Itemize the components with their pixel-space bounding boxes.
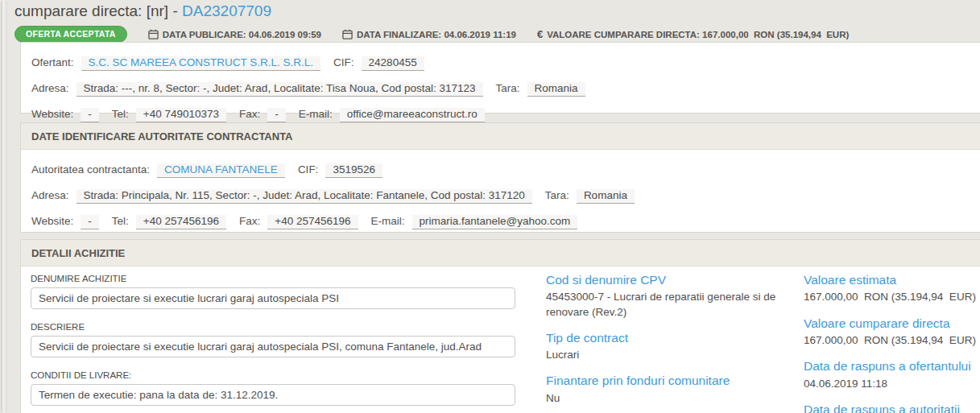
info-block-valoare-estimata: Valoare estimata 167.000,00 RON (35.194,… <box>804 272 980 305</box>
autoritate-label: Autoritatea contractanta: <box>31 163 150 176</box>
adresa-label: Adresa: <box>31 82 69 94</box>
page: cumparare directa: [nr] - DA23207709 OFE… <box>0 0 980 413</box>
fax-value: - <box>267 108 286 122</box>
website-label: Website: <box>31 108 73 120</box>
fax-label: Fax: <box>239 108 260 120</box>
authority-row-2: Adresa: Strada: Principala, Nr. 115, Sec… <box>31 189 970 204</box>
email-value: primaria.fantanele@yahoo.com <box>412 215 578 229</box>
valoare-estimata-title[interactable]: Valoare estimata <box>804 272 980 287</box>
offerer-row-2: Adresa: Strada: ---, nr. 8, Sector: -, J… <box>31 82 970 97</box>
adresa-label: Adresa: <box>31 189 69 201</box>
details-box: DETALII ACHIZITIE DENUMIRE ACHIZITIE Ser… <box>20 239 980 413</box>
raspuns-ofertant-title[interactable]: Data de raspuns a ofertantului <box>804 358 980 374</box>
tara-label: Tara: <box>545 189 569 201</box>
finantare-title[interactable]: Finantare prin fonduri comunitare <box>546 373 781 388</box>
meta-label: VALOARE CUMPARARE DIRECTA: <box>547 30 700 39</box>
valoare-estimata-value: 167.000,00 RON (35.194,94 EUR) <box>804 290 980 304</box>
tel-value: +40 257456196 <box>136 215 226 229</box>
cif-label: CIF: <box>298 163 319 176</box>
fax-value: +40 257456196 <box>267 215 358 229</box>
meta-data-publicare: DATA PUBLICARE: 04.06.2019 09:59 <box>148 29 321 39</box>
form-field-denumire: DENUMIRE ACHIZITIE Servicii de proiectar… <box>31 274 515 309</box>
procurement-id-link[interactable]: DA23207709 <box>182 2 271 19</box>
tara-label: Tara: <box>496 82 520 94</box>
finantare-value: Nu <box>546 391 781 406</box>
calendar-icon <box>342 29 353 39</box>
info-block-raspuns-ofertant: Data de raspuns a ofertantului 04.06.201… <box>804 358 980 391</box>
details-form-column: DENUMIRE ACHIZITIE Servicii de proiectar… <box>31 274 515 413</box>
cif-value: 3519526 <box>325 163 382 178</box>
meta-value: 167.000,00 RON (35.194,94 EUR) <box>700 30 849 39</box>
website-value: - <box>81 108 99 122</box>
authority-row-3: Website: - Tel: +40 257456196 Fax: +40 2… <box>31 215 970 229</box>
cif-value: 24280455 <box>362 56 424 71</box>
tel-label: Tel: <box>112 215 129 227</box>
euro-icon: € <box>537 28 543 40</box>
offerer-box: Ofertant: S.C. SC MAREEA CONSTRUCT S.R.L… <box>20 42 980 114</box>
authority-box: DATE IDENTIFICARE AUTORITATE CONTRACTANT… <box>20 122 980 233</box>
meta-label: DATA PUBLICARE: <box>163 30 246 39</box>
website-label: Website: <box>31 215 73 227</box>
email-value: office@mareeaconstruct.ro <box>340 108 485 122</box>
form-field-descriere: DESCRIERE Servicii de proiectare si exec… <box>31 322 515 357</box>
adresa-value: Strada: Principala, Nr. 115, Sector: -, … <box>76 189 532 204</box>
info-block-finantare: Finantare prin fonduri comunitare Nu <box>546 373 781 406</box>
details-info-right-column: Valoare estimata 167.000,00 RON (35.194,… <box>804 272 980 413</box>
info-block-valoare-cumparare: Valoare cumparare directa 167.000,00 RON… <box>804 316 980 349</box>
ofertant-label: Ofertant: <box>31 56 74 68</box>
authority-row-1: Autoritatea contractanta: COMUNA FANTANE… <box>31 163 970 178</box>
authority-link[interactable]: COMUNA FANTANELE <box>157 163 285 178</box>
valoare-cumparare-value: 167.000,00 RON (35.194,94 EUR) <box>804 333 980 348</box>
meta-valoare: €VALOARE CUMPARARE DIRECTA: 167.000,00 R… <box>537 28 849 40</box>
email-label: E-mail: <box>299 108 333 120</box>
cif-label: CIF: <box>333 56 354 68</box>
tel-value: +40 749010373 <box>136 108 226 122</box>
calendar-icon <box>148 29 159 39</box>
descriere-label: DESCRIERE <box>31 322 515 332</box>
form-field-conditii: CONDITII DE LIVRARE: Termen de executie:… <box>31 370 515 406</box>
conditii-input[interactable]: Termen de executie: pana la data de: 31.… <box>31 384 515 406</box>
meta-row: OFERTA ACCEPTATA DATA PUBLICARE: 04.06.2… <box>14 26 980 43</box>
adresa-value: Strada: ---, nr. 8, Sector: -, Judet: Ar… <box>76 82 483 97</box>
cpv-value: 45453000-7 - Lucrari de reparatii genera… <box>546 290 781 319</box>
tara-value: Romania <box>527 82 585 97</box>
tel-label: Tel: <box>112 108 129 120</box>
denumire-input[interactable]: Servicii de proiectare si executie lucra… <box>31 287 515 309</box>
details-info-middle-column: Cod si denumire CPV 45453000-7 - Lucrari… <box>546 272 781 413</box>
raspuns-autoritate-title[interactable]: Data de raspuns a autoritatii contractan… <box>804 402 980 413</box>
status-badge: OFERTA ACCEPTATA <box>14 26 127 43</box>
website-value: - <box>81 215 99 229</box>
meta-data-finalizare: DATA FINALIZARE: 04.06.2019 11:19 <box>342 29 516 39</box>
offerer-row-3: Website: - Tel: +40 749010373 Fax: - E-m… <box>31 108 970 122</box>
info-block-tip-contract: Tip de contract Lucrari <box>546 330 781 363</box>
info-block-raspuns-autoritate: Data de raspuns a autoritatii contractan… <box>804 402 980 413</box>
raspuns-ofertant-value: 04.06.2019 11:18 <box>804 377 980 391</box>
authority-section-title: DATE IDENTIFICARE AUTORITATE CONTRACTANT… <box>21 123 980 150</box>
info-block-cpv: Cod si denumire CPV 45453000-7 - Lucrari… <box>546 272 781 320</box>
scrollbar[interactable] <box>1 0 7 413</box>
denumire-label: DENUMIRE ACHIZITIE <box>31 274 515 283</box>
meta-value: 04.06.2019 11:19 <box>441 30 516 39</box>
meta-value: 04.06.2019 09:59 <box>246 30 321 39</box>
offerer-row-1: Ofertant: S.C. SC MAREEA CONSTRUCT S.R.L… <box>31 56 970 71</box>
cpv-title[interactable]: Cod si denumire CPV <box>546 272 781 287</box>
tip-contract-value: Lucrari <box>546 348 781 362</box>
fax-label: Fax: <box>239 215 260 227</box>
email-label: E-mail: <box>371 215 405 227</box>
details-section-title: DETALII ACHIZITIE <box>21 240 980 266</box>
page-title: cumparare directa: [nr] - DA23207709 <box>14 2 980 20</box>
page-title-text: cumparare directa: [nr] - <box>14 2 182 19</box>
tip-contract-title[interactable]: Tip de contract <box>546 330 781 345</box>
descriere-input[interactable]: Servicii de proiectare si executie lucra… <box>31 336 515 357</box>
conditii-label: CONDITII DE LIVRARE: <box>31 370 515 380</box>
offerer-company-link[interactable]: S.C. SC MAREEA CONSTRUCT S.R.L. S.R.L. <box>81 56 321 71</box>
valoare-cumparare-title[interactable]: Valoare cumparare directa <box>804 316 980 331</box>
tara-value: Romania <box>577 189 635 204</box>
page-header: cumparare directa: [nr] - DA23207709 OFE… <box>14 2 980 43</box>
meta-label: DATA FINALIZARE: <box>357 30 441 39</box>
